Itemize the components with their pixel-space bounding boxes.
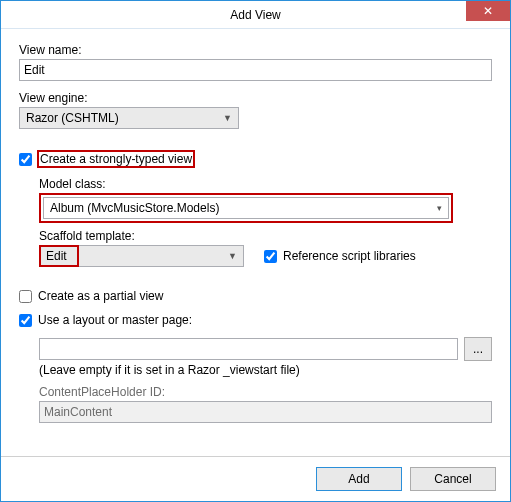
view-engine-group: View engine: Razor (CSHTML) ▼ [19,91,492,129]
view-engine-label: View engine: [19,91,492,105]
view-name-group: View name: [19,43,492,81]
scaffold-row: Edit ▼ Reference script libraries [39,245,492,267]
view-name-label: View name: [19,43,492,57]
strongly-typed-panel: Model class: Album (MvcMusicStore.Models… [39,173,492,267]
chevron-down-icon: ▼ [228,251,237,261]
add-button[interactable]: Add [316,467,402,491]
strongly-typed-label: Create a strongly-typed view [38,151,194,167]
chevron-down-icon: ▼ [223,113,232,123]
layout-hint: (Leave empty if it is set in a Razor _vi… [39,363,492,377]
reference-scripts-row: Reference script libraries [264,249,416,263]
reference-scripts-label: Reference script libraries [283,249,416,263]
cancel-button[interactable]: Cancel [410,467,496,491]
reference-scripts-checkbox[interactable] [264,250,277,263]
dialog-content: View name: View engine: Razor (CSHTML) ▼… [1,29,510,456]
strongly-typed-checkbox[interactable] [19,153,32,166]
use-layout-checkbox[interactable] [19,314,32,327]
model-class-combo[interactable]: Album (MvcMusicStore.Models) ▾ [43,197,449,219]
browse-label: ... [473,342,483,356]
model-class-selected: Album (MvcMusicStore.Models) [50,201,219,215]
view-engine-combo[interactable]: Razor (CSHTML) ▼ [19,107,239,129]
strongly-typed-row: Create a strongly-typed view [19,151,492,167]
add-view-dialog: Add View ✕ View name: View engine: Razor… [0,0,511,502]
scaffold-template-combo[interactable]: Edit ▼ [39,245,244,267]
browse-layout-button[interactable]: ... [464,337,492,361]
layout-panel: ... (Leave empty if it is set in a Razor… [39,333,492,423]
view-engine-selected: Razor (CSHTML) [26,111,119,125]
use-layout-row: Use a layout or master page: [19,313,492,327]
partial-view-label: Create as a partial view [38,289,163,303]
partial-view-row: Create as a partial view [19,289,492,303]
close-icon: ✕ [483,5,493,17]
cph-input [39,401,492,423]
layout-path-input[interactable] [39,338,458,360]
window-title: Add View [230,8,280,22]
scaffold-template-label: Scaffold template: [39,229,492,243]
close-button[interactable]: ✕ [466,1,510,21]
use-layout-label: Use a layout or master page: [38,313,192,327]
view-name-input[interactable] [19,59,492,81]
scaffold-template-selected: Edit [46,249,67,263]
button-bar: Add Cancel [1,456,510,501]
chevron-down-icon: ▾ [437,203,442,213]
titlebar: Add View ✕ [1,1,510,29]
partial-view-checkbox[interactable] [19,290,32,303]
cph-label: ContentPlaceHolder ID: [39,385,492,399]
model-class-label: Model class: [39,177,492,191]
